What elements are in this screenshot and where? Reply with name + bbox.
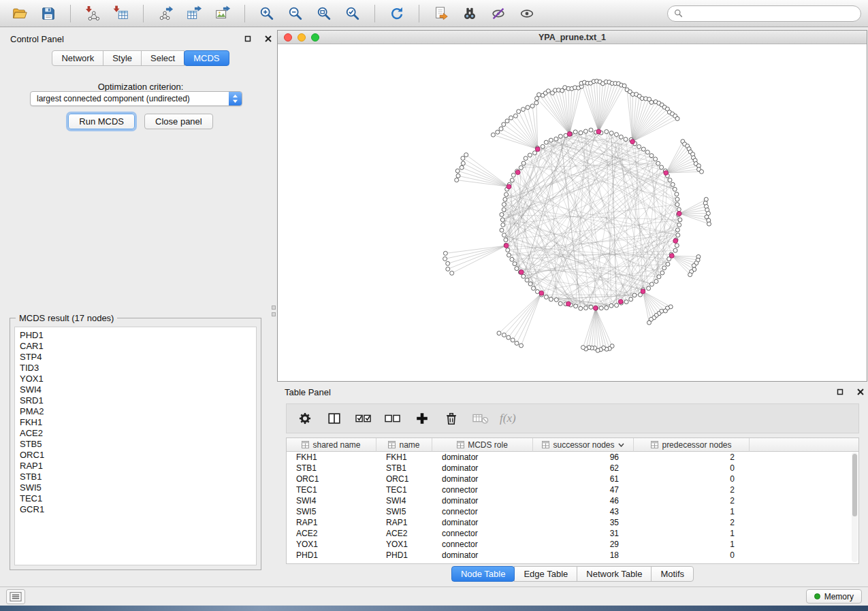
zoom-selected-button[interactable] [340, 3, 366, 24]
column-header-name[interactable]: name [376, 438, 432, 452]
export-network-button[interactable] [152, 3, 178, 24]
search-input[interactable] [686, 8, 854, 19]
mcds-result-item[interactable]: GCR1 [20, 504, 256, 515]
table-row[interactable]: SWI4SWI4dominator462 [287, 495, 858, 506]
disabled-table-button[interactable] [470, 408, 491, 429]
column-header-predecessor-nodes[interactable]: predecessor nodes [634, 438, 750, 452]
table-cell: 35 [533, 517, 634, 528]
table-cell: 18 [533, 550, 634, 561]
float-table-panel-icon[interactable] [835, 387, 845, 397]
table-cell: SWI4 [376, 495, 432, 506]
columns-button[interactable] [324, 408, 344, 429]
table-row[interactable]: ORC1ORC1dominator610 [287, 474, 858, 484]
zoom-fit-button[interactable] [311, 3, 337, 24]
memory-button[interactable]: Memory [806, 589, 862, 604]
import-network-button[interactable] [80, 3, 106, 24]
table-row[interactable]: FKH1FKH1dominator962 [287, 452, 858, 463]
mcds-result-item[interactable]: PMA2 [20, 406, 256, 417]
scrollbar-thumb[interactable] [852, 454, 857, 516]
tab-edge-table[interactable]: Edge Table [514, 566, 577, 582]
table-row[interactable]: TEC1TEC1connector472 [287, 484, 858, 495]
table-row[interactable]: YOX1YOX1connector291 [287, 539, 858, 550]
table-cell: ACE2 [287, 528, 376, 539]
tab-mcds[interactable]: MCDS [184, 50, 229, 66]
mcds-result-item[interactable]: STB5 [20, 439, 256, 450]
table-row[interactable]: SWI5SWI5connector431 [287, 506, 858, 517]
table-row[interactable]: RAP1RAP1dominator352 [287, 517, 858, 528]
open-button[interactable] [7, 3, 33, 24]
share-document-button[interactable] [428, 3, 454, 24]
close-panel-icon[interactable] [263, 34, 273, 44]
save-button[interactable] [35, 3, 61, 24]
run-mcds-button[interactable]: Run MCDS [68, 114, 135, 129]
export-image-button[interactable] [210, 3, 236, 24]
settings-button[interactable] [295, 408, 315, 429]
tab-network-table[interactable]: Network Table [577, 566, 652, 582]
network-view-window: YPA_prune.txt_1 [277, 30, 867, 382]
mcds-result-item[interactable]: TID3 [20, 363, 256, 374]
table-cell: ACE2 [376, 528, 432, 539]
search-box[interactable] [667, 5, 861, 22]
splitter-grip[interactable] [272, 306, 276, 310]
optimization-criterion-select[interactable]: largest connected component (undirected) [30, 91, 242, 106]
export-image-icon [214, 5, 231, 22]
table-cell-filler [750, 517, 858, 528]
function-builder-button[interactable]: f(x) [500, 412, 516, 425]
refresh-button[interactable] [384, 3, 410, 24]
column-header-successor-nodes[interactable]: successor nodes [533, 438, 634, 452]
export-table-button[interactable] [181, 3, 207, 24]
mcds-result-item[interactable]: SWI4 [20, 384, 256, 395]
deselect-all-button[interactable] [383, 408, 403, 429]
float-panel-icon[interactable] [243, 34, 253, 44]
zoom-in-button[interactable] [254, 3, 280, 24]
mcds-result-item[interactable]: RAP1 [20, 461, 256, 472]
network-graph [278, 44, 867, 381]
table-row[interactable]: STB1STB1dominator620 [287, 463, 858, 474]
mcds-result-item[interactable]: ACE2 [20, 428, 256, 439]
close-panel-button[interactable]: Close panel [144, 114, 213, 129]
zoom-out-button[interactable] [283, 3, 308, 24]
mcds-result-item[interactable]: ORC1 [20, 450, 256, 461]
mcds-result-item[interactable]: YOX1 [20, 374, 256, 384]
mcds-result-item[interactable]: CAR1 [20, 341, 256, 352]
mcds-result-list[interactable]: PHD1CAR1STP4TID3YOX1SWI4SRD1PMA2FKH1ACE2… [14, 327, 257, 565]
show-panel-button[interactable] [6, 589, 25, 604]
mcds-result-item[interactable]: STB1 [20, 472, 256, 482]
table-cell: 1 [634, 506, 750, 517]
network-canvas[interactable] [278, 44, 867, 381]
tab-network[interactable]: Network [52, 50, 103, 66]
tab-node-table[interactable]: Node Table [451, 566, 515, 582]
mcds-result-item[interactable]: PHD1 [20, 330, 256, 341]
mcds-result-item[interactable]: SRD1 [20, 395, 256, 406]
select-all-button[interactable] [353, 408, 374, 429]
tab-select[interactable]: Select [141, 50, 184, 66]
table-row[interactable]: PHD1PHD1dominator180 [287, 550, 858, 561]
mcds-result-item[interactable]: SWI5 [20, 482, 256, 493]
column-header-shared-name[interactable]: shared name [287, 438, 376, 452]
hide-display-icon [490, 5, 507, 22]
table-cell-filler [750, 528, 858, 539]
delete-button[interactable] [441, 408, 462, 429]
table-cell-filler [750, 463, 858, 474]
hide-display-button[interactable] [485, 3, 511, 24]
tab-motifs[interactable]: Motifs [651, 566, 694, 582]
splitter-grip[interactable] [272, 312, 276, 316]
table-row[interactable]: ACE2ACE2connector311 [287, 528, 858, 539]
tab-style[interactable]: Style [103, 50, 142, 66]
table-cell: connector [432, 484, 533, 495]
export-network-icon [157, 5, 174, 22]
zoom-window-button[interactable] [311, 33, 319, 42]
minimize-window-button[interactable] [298, 33, 306, 42]
show-display-button[interactable] [514, 3, 540, 24]
add-button[interactable] [412, 408, 432, 429]
mcds-result-item[interactable]: TEC1 [20, 493, 256, 504]
close-window-button[interactable] [284, 33, 292, 42]
find-button[interactable] [457, 3, 483, 24]
mcds-result-item[interactable]: STP4 [20, 352, 256, 363]
mcds-result-item[interactable]: FKH1 [20, 417, 256, 428]
toolbar-separator [70, 5, 71, 22]
close-table-panel-icon[interactable] [856, 387, 865, 397]
import-table-button[interactable] [108, 3, 134, 24]
column-header-MCDS-role[interactable]: MCDS role [432, 438, 533, 452]
table-cell: dominator [432, 495, 533, 506]
